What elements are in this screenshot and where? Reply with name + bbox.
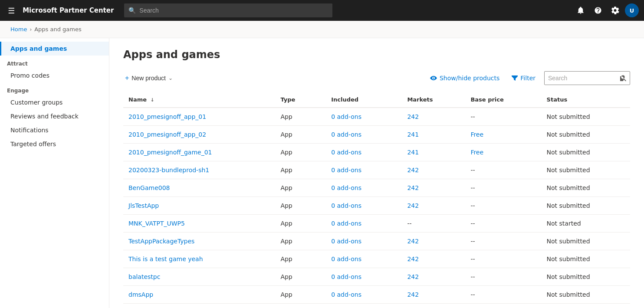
markets-link[interactable]: 241 — [407, 131, 419, 138]
cell-baseprice: -- — [465, 161, 541, 179]
menu-icon[interactable]: ☰ — [5, 3, 17, 18]
product-name-link[interactable]: dmsApp — [128, 291, 153, 298]
cell-markets[interactable]: 241 — [402, 126, 465, 144]
cell-included[interactable]: 0 add-ons — [326, 233, 402, 250]
cell-markets[interactable]: 242 — [402, 108, 465, 126]
global-search-box[interactable]: 🔍 — [124, 3, 332, 17]
main-content: Apps and games + New product ⌄ Show/hide… — [109, 38, 644, 308]
show-hide-products-button[interactable]: Show/hide products — [427, 72, 503, 84]
baseprice-value: -- — [470, 167, 475, 174]
cell-included[interactable]: 0 add-ons — [326, 126, 402, 144]
included-link[interactable]: 0 add-ons — [331, 238, 361, 245]
cell-name[interactable]: 20200323-bundleprod-sh1 — [123, 161, 275, 179]
filter-button[interactable]: Filter — [508, 72, 539, 84]
cell-name[interactable]: 2010_pmesignoff_game_01 — [123, 144, 275, 161]
sidebar-item-reviews-and-feedback[interactable]: Reviews and feedback — [0, 109, 109, 123]
cell-included[interactable]: 0 add-ons — [326, 161, 402, 179]
included-link[interactable]: 0 add-ons — [331, 113, 361, 120]
table-row: dmsApp App 0 add-ons 242 -- Not submitte… — [123, 286, 630, 304]
cell-included[interactable]: 0 add-ons — [326, 215, 402, 233]
product-name-link[interactable]: 20200323-bundleprod-sh1 — [128, 167, 209, 174]
included-link[interactable]: 0 add-ons — [331, 149, 361, 156]
markets-link[interactable]: 242 — [407, 256, 419, 262]
cell-markets[interactable]: -- — [402, 215, 465, 233]
markets-link[interactable]: 241 — [407, 149, 419, 156]
product-name-link[interactable]: 2010_pmesignoff_app_01 — [128, 113, 206, 120]
table-search-box[interactable] — [544, 71, 630, 85]
user-avatar[interactable]: U — [625, 3, 639, 17]
product-name-link[interactable]: 2010_pmesignoff_app_02 — [128, 131, 206, 138]
baseprice-link[interactable]: Free — [470, 149, 483, 156]
cell-markets[interactable]: 242 — [402, 161, 465, 179]
included-link[interactable]: 0 add-ons — [331, 291, 361, 298]
product-name-link[interactable]: This is a test game yeah — [128, 256, 203, 262]
product-name-link[interactable]: BenGame008 — [128, 184, 170, 191]
new-product-button[interactable]: + New product ⌄ — [123, 72, 174, 85]
cell-name[interactable]: TestAppPackageTypes — [123, 233, 275, 250]
help-icon[interactable] — [590, 3, 606, 18]
cell-markets[interactable]: 242 — [402, 233, 465, 250]
cell-name[interactable]: 2010_pmesignoff_app_01 — [123, 108, 275, 126]
cell-name[interactable]: JlsTestApp — [123, 197, 275, 215]
product-name-link[interactable]: balatestpc — [128, 273, 160, 280]
markets-link[interactable]: 242 — [407, 202, 419, 209]
cell-markets[interactable]: 242 — [402, 197, 465, 215]
cell-included[interactable]: 0 add-ons — [326, 144, 402, 161]
included-link[interactable]: 0 add-ons — [331, 256, 361, 262]
cell-name[interactable]: This is a test game yeah — [123, 250, 275, 268]
sidebar-item-customer-groups[interactable]: Customer groups — [0, 95, 109, 109]
col-header-name[interactable]: Name ↓ — [123, 92, 275, 108]
included-link[interactable]: 0 add-ons — [331, 273, 361, 280]
breadcrumb-home-link[interactable]: Home — [10, 26, 27, 33]
cell-markets[interactable]: 241 — [402, 144, 465, 161]
markets-link[interactable]: 242 — [407, 273, 419, 280]
product-name-link[interactable]: MNK_VATPT_UWP5 — [128, 220, 185, 227]
cell-name[interactable]: balatestpc — [123, 268, 275, 286]
cell-markets[interactable]: 242 — [402, 286, 465, 304]
markets-link[interactable]: 242 — [407, 184, 419, 191]
cell-markets[interactable]: 242 — [402, 268, 465, 286]
cell-name[interactable]: 2010_pmesignoff_app_02 — [123, 126, 275, 144]
markets-link[interactable]: 242 — [407, 291, 419, 298]
markets-link[interactable]: 242 — [407, 167, 419, 174]
cell-included[interactable]: 0 add-ons — [326, 179, 402, 197]
cell-included[interactable]: 0 add-ons — [326, 108, 402, 126]
included-link[interactable]: 0 add-ons — [331, 220, 361, 227]
sidebar-item-targeted-offers[interactable]: Targeted offers — [0, 137, 109, 151]
cell-type: App — [275, 179, 326, 197]
markets-link[interactable]: 242 — [407, 238, 419, 245]
table-row: 20200323-bundleprod-sh1 App 0 add-ons 24… — [123, 161, 630, 179]
cell-baseprice: -- — [465, 179, 541, 197]
product-name-link[interactable]: 2010_pmesignoff_game_01 — [128, 149, 212, 156]
cell-included[interactable]: 0 add-ons — [326, 268, 402, 286]
notifications-icon[interactable] — [573, 3, 588, 18]
global-search-input[interactable] — [139, 7, 328, 14]
cell-baseprice: -- — [465, 268, 541, 286]
included-link[interactable]: 0 add-ons — [331, 184, 361, 191]
sidebar-item-promo-codes[interactable]: Promo codes — [0, 69, 109, 82]
sidebar-item-notifications[interactable]: Notifications — [0, 123, 109, 137]
sidebar-section-engage: Engage — [0, 82, 109, 95]
cell-name[interactable]: MNK_VATPT_UWP5 — [123, 215, 275, 233]
cell-included[interactable]: 0 add-ons — [326, 286, 402, 304]
cell-name[interactable]: dmsApp — [123, 286, 275, 304]
cell-markets[interactable]: 242 — [402, 250, 465, 268]
sidebar-item-apps-and-games[interactable]: Apps and games — [0, 42, 109, 56]
table-row: JlsTestApp App 0 add-ons 242 -- Not subm… — [123, 197, 630, 215]
table-search-input[interactable] — [548, 75, 618, 82]
col-header-status: Status — [542, 92, 630, 108]
markets-link[interactable]: 242 — [407, 113, 419, 120]
settings-icon[interactable] — [608, 3, 623, 18]
product-name-link[interactable]: TestAppPackageTypes — [128, 238, 194, 245]
included-link[interactable]: 0 add-ons — [331, 167, 361, 174]
baseprice-link[interactable]: Free — [470, 131, 483, 138]
included-link[interactable]: 0 add-ons — [331, 202, 361, 209]
product-name-link[interactable]: JlsTestApp — [128, 202, 159, 209]
toolbar: + New product ⌄ Show/hide products Filte… — [123, 71, 630, 85]
cell-markets[interactable]: 242 — [402, 179, 465, 197]
included-link[interactable]: 0 add-ons — [331, 131, 361, 138]
cell-included[interactable]: 0 add-ons — [326, 197, 402, 215]
cell-included[interactable]: 0 add-ons — [326, 250, 402, 268]
cell-name[interactable]: BenGame008 — [123, 179, 275, 197]
cell-status: Not submitted — [542, 161, 630, 179]
